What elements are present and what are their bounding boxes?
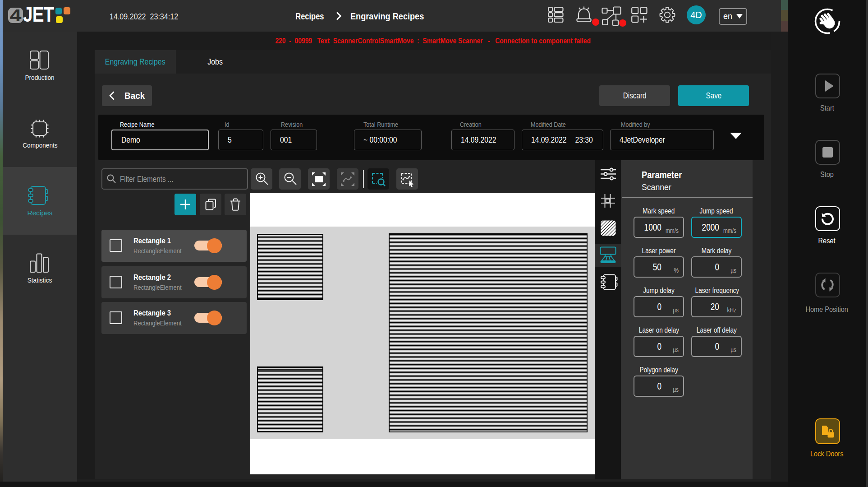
svg-text:4: 4 [10, 8, 22, 23]
